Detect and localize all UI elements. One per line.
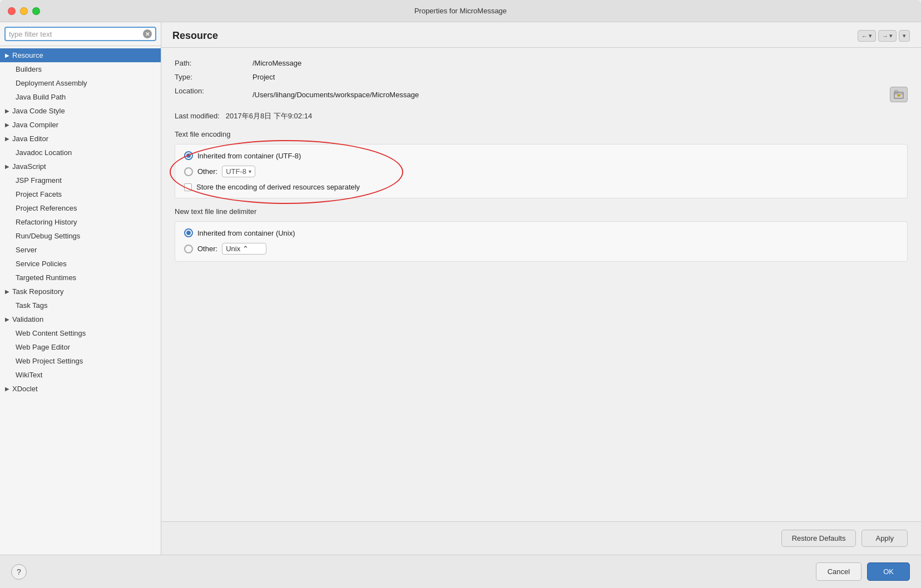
traffic-lights: [8, 7, 40, 15]
sidebar-item-web-page-editor[interactable]: Web Page Editor: [0, 340, 161, 354]
help-button[interactable]: ?: [11, 564, 27, 580]
encoding-other-radio[interactable]: [184, 167, 193, 176]
sidebar-item-task-repository[interactable]: ▶ Task Repository: [0, 285, 161, 298]
delimiter-dropdown-arrow-icon: ⌃: [242, 245, 249, 253]
maximize-button[interactable]: [32, 7, 40, 15]
expand-arrow-java-editor: ▶: [3, 136, 11, 142]
sidebar-item-xdoclet[interactable]: ▶ XDoclet: [0, 382, 161, 396]
last-modified-value: 2017年6月8日 下午9:02:14: [226, 112, 312, 120]
sidebar-item-java-editor[interactable]: ▶ Java Editor: [0, 132, 161, 146]
encoding-other-label: Other:: [197, 167, 217, 176]
sidebar-item-resource[interactable]: ▶ Resource: [0, 48, 161, 62]
expand-arrow-java-compiler: ▶: [3, 122, 11, 128]
delimiter-inherited-row: Inherited from container (Unix): [184, 228, 898, 237]
sidebar-item-run-debug-settings[interactable]: Run/Debug Settings: [0, 229, 161, 243]
sidebar-item-java-compiler[interactable]: ▶ Java Compiler: [0, 118, 161, 132]
encoding-other-row: Other: UTF-8 ▾: [184, 166, 898, 177]
store-encoding-row: Store the encoding of derived resources …: [184, 183, 898, 191]
sidebar-item-refactoring-history[interactable]: Refactoring History: [0, 215, 161, 229]
sidebar-item-label: Javadoc Location: [16, 148, 72, 157]
main-content: ✕ ▶ Resource Builders Deployment Assembl…: [0, 22, 921, 555]
sidebar-item-label: Service Policies: [16, 260, 67, 268]
sidebar-item-task-tags[interactable]: Task Tags: [0, 298, 161, 312]
expand-arrow-resource: ▶: [3, 52, 11, 58]
encoding-inherited-radio[interactable]: [184, 151, 193, 160]
sidebar-item-javascript[interactable]: ▶ JavaScript: [0, 160, 161, 173]
sidebar-item-label: Builders: [16, 65, 42, 73]
sidebar-item-project-facets[interactable]: Project Facets: [0, 187, 161, 201]
panel-header: Resource ← ▾ → ▾ ▾: [161, 22, 921, 48]
type-label: Type:: [175, 73, 241, 81]
sidebar-item-label: JSP Fragment: [16, 176, 62, 185]
delimiter-other-dropdown[interactable]: Unix ⌃: [222, 243, 266, 255]
location-label: Location:: [175, 87, 241, 102]
delimiter-other-radio[interactable]: [184, 245, 193, 253]
restore-defaults-button[interactable]: Restore Defaults: [781, 530, 856, 547]
sidebar-item-label: Validation: [12, 315, 43, 323]
sidebar-item-javadoc-location[interactable]: Javadoc Location: [0, 146, 161, 160]
encoding-other-dropdown[interactable]: UTF-8 ▾: [222, 166, 255, 177]
encoding-section: Inherited from container (UTF-8) Other: …: [175, 144, 908, 198]
delimiter-section-label: New text file line delimiter: [175, 207, 908, 216]
panel-title: Resource: [172, 30, 218, 42]
sidebar-item-wikitext[interactable]: WikiText: [0, 368, 161, 382]
back-button[interactable]: ← ▾: [858, 30, 876, 42]
sidebar-item-deployment-assembly[interactable]: Deployment Assembly: [0, 76, 161, 90]
sidebar-item-web-project-settings[interactable]: Web Project Settings: [0, 354, 161, 368]
encoding-inherited-row: Inherited from container (UTF-8): [184, 151, 898, 160]
last-modified-label: Last modified:: [175, 112, 220, 120]
delimiter-other-row: Other: Unix ⌃: [184, 243, 898, 255]
close-button[interactable]: [8, 7, 16, 15]
sidebar-item-label: Java Code Style: [12, 107, 65, 115]
window-title: Properties for MicroMessage: [414, 7, 507, 15]
location-browse-button[interactable]: [890, 87, 908, 102]
sidebar-item-label: Server: [16, 246, 37, 254]
sidebar-item-web-content-settings[interactable]: Web Content Settings: [0, 326, 161, 340]
ok-button[interactable]: OK: [867, 562, 910, 581]
dialog-footer: ? Cancel OK: [0, 555, 921, 588]
store-encoding-label: Store the encoding of derived resources …: [196, 183, 360, 191]
cancel-button[interactable]: Cancel: [816, 562, 861, 581]
menu-chevron-icon: ▾: [903, 32, 906, 39]
sidebar-item-label: XDoclet: [12, 385, 38, 393]
location-row: /Users/lihang/Documents/workspace/MicroM…: [252, 87, 908, 102]
sidebar-item-label: JavaScript: [12, 162, 46, 171]
nav-arrows: ← ▾ → ▾ ▾: [858, 30, 910, 42]
store-encoding-checkbox[interactable]: [184, 183, 192, 191]
expand-arrow-validation: ▶: [3, 316, 11, 322]
sidebar-item-label: Targeted Runtimes: [16, 273, 76, 282]
sidebar-item-jsp-fragment[interactable]: JSP Fragment: [0, 173, 161, 187]
back-dropdown-arrow: ▾: [869, 32, 872, 39]
sidebar-item-targeted-runtimes[interactable]: Targeted Runtimes: [0, 271, 161, 285]
sidebar-item-java-code-style[interactable]: ▶ Java Code Style: [0, 104, 161, 118]
delimiter-inherited-radio[interactable]: [184, 228, 193, 237]
expand-arrow-xdoclet: ▶: [3, 386, 11, 392]
sidebar-item-java-build-path[interactable]: Java Build Path: [0, 90, 161, 104]
browse-icon: [894, 90, 904, 99]
main-window: Properties for MicroMessage ✕ ▶ Resource…: [0, 0, 921, 588]
sidebar-item-builders[interactable]: Builders: [0, 62, 161, 76]
expand-arrow-java-code-style: ▶: [3, 108, 11, 114]
back-arrow-icon: ←: [861, 33, 868, 39]
encoding-other-value: UTF-8: [226, 167, 246, 176]
bottom-bar: Restore Defaults Apply: [161, 521, 921, 555]
sidebar-item-label: Web Content Settings: [16, 329, 86, 337]
sidebar-item-label: Run/Debug Settings: [16, 232, 80, 240]
sidebar-item-label: Project Facets: [16, 190, 62, 198]
expand-arrow-javascript: ▶: [3, 163, 11, 170]
menu-button[interactable]: ▾: [899, 30, 910, 42]
apply-button[interactable]: Apply: [861, 530, 908, 547]
minimize-button[interactable]: [20, 7, 28, 15]
sidebar-item-project-references[interactable]: Project References: [0, 201, 161, 215]
forward-button[interactable]: → ▾: [878, 30, 897, 42]
sidebar-item-label: Project References: [16, 204, 77, 212]
sidebar-item-server[interactable]: Server: [0, 243, 161, 257]
search-clear-icon[interactable]: ✕: [143, 29, 152, 38]
sidebar-item-label: Web Project Settings: [16, 357, 83, 365]
delimiter-section: Inherited from container (Unix) Other: U…: [175, 221, 908, 262]
delimiter-inherited-label: Inherited from container (Unix): [197, 229, 295, 237]
property-grid: Path: /MicroMessage Type: Project Locati…: [175, 59, 908, 102]
sidebar-item-validation[interactable]: ▶ Validation: [0, 312, 161, 326]
sidebar-item-service-policies[interactable]: Service Policies: [0, 257, 161, 271]
search-input[interactable]: [9, 30, 143, 38]
